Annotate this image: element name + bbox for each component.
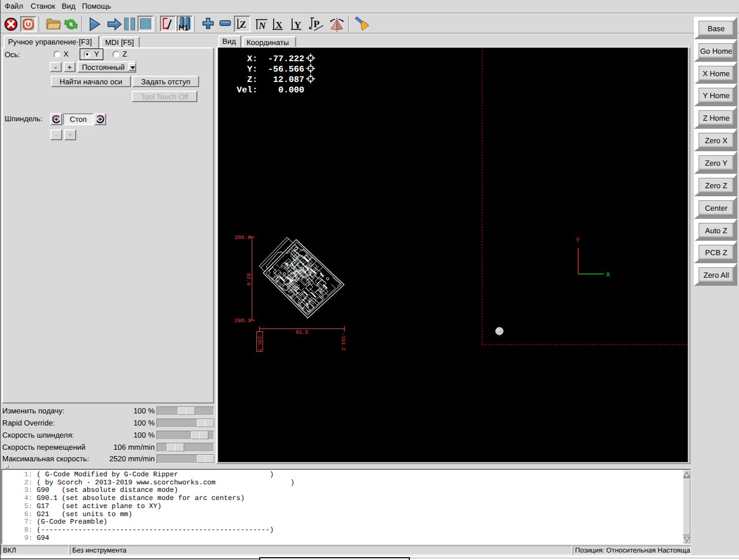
svg-text:-153.2: -153.2 [340, 333, 346, 351]
svg-text:X: -77.222: X: -77.222 [232, 54, 304, 64]
svg-text:P: P [313, 18, 319, 29]
svg-text:Y: -56.566: Y: -56.566 [232, 65, 304, 74]
svg-text:298.3: 298.3 [234, 318, 251, 324]
svg-text:82.6: 82.6 [245, 273, 251, 286]
svg-text:X: X [606, 272, 610, 279]
svg-text:380.9: 380.9 [234, 234, 251, 241]
svg-text:Z: Z [240, 19, 246, 30]
svg-text:82.5: 82.5 [296, 330, 308, 335]
svg-text:Z: 12.087: Z: 12.087 [232, 75, 304, 85]
svg-text:N: N [258, 20, 266, 31]
svg-text:X: X [275, 20, 283, 31]
svg-text:Y: Y [294, 20, 301, 31]
svg-text:Y: Y [576, 237, 580, 244]
svg-text:-235.7: -235.7 [256, 333, 262, 351]
svg-text:Vel: 0.000: Vel: 0.000 [232, 85, 304, 95]
